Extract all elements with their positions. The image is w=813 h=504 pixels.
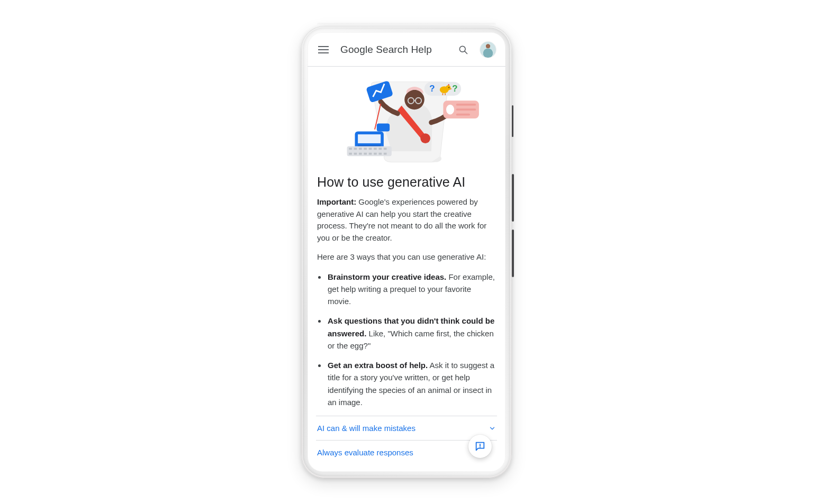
- list-item: Get an extra boost of help. Ask it to su…: [327, 359, 496, 408]
- menu-button[interactable]: [317, 43, 330, 56]
- feedback-icon: [474, 441, 486, 452]
- svg-text:?: ?: [452, 84, 457, 94]
- article-content: ? ?: [308, 67, 505, 472]
- svg-text:?: ?: [429, 84, 435, 94]
- important-paragraph: Important: Google's experiences powered …: [317, 196, 496, 244]
- svg-rect-1: [318, 49, 329, 50]
- svg-rect-19: [369, 148, 372, 150]
- important-label: Important:: [317, 197, 356, 206]
- expander-ai-mistakes[interactable]: AI can & will make mistakes: [316, 416, 497, 441]
- feedback-fab[interactable]: [468, 435, 492, 458]
- phone-side-button: [512, 105, 513, 137]
- svg-rect-44: [377, 123, 390, 131]
- svg-rect-28: [374, 153, 377, 155]
- search-icon: [458, 44, 468, 55]
- svg-rect-17: [359, 148, 362, 150]
- phone-volume-up-button: [512, 174, 514, 222]
- svg-rect-18: [364, 148, 367, 150]
- svg-point-36: [448, 87, 449, 88]
- search-button[interactable]: [457, 43, 469, 56]
- svg-rect-12: [358, 134, 381, 143]
- svg-rect-2: [318, 52, 329, 53]
- svg-rect-22: [384, 148, 387, 150]
- svg-rect-21: [379, 148, 382, 150]
- hero-illustration: ? ?: [317, 69, 496, 169]
- screen: Google Search Help: [308, 32, 505, 472]
- svg-point-46: [480, 447, 481, 448]
- phone-frame: Google Search Help: [301, 26, 512, 478]
- header-title: Google Search Help: [340, 44, 446, 56]
- list-item: Ask questions that you didn't think coul…: [327, 315, 496, 352]
- svg-rect-23: [349, 153, 352, 155]
- ideas-list: Brainstorm your creative ideas. For exam…: [317, 271, 496, 409]
- svg-line-4: [465, 51, 467, 54]
- expander-label: AI can & will make mistakes: [317, 424, 415, 433]
- page-title: How to use generative AI: [317, 175, 496, 190]
- svg-rect-0: [318, 46, 329, 47]
- svg-rect-15: [349, 148, 352, 150]
- svg-rect-25: [359, 153, 362, 155]
- svg-rect-16: [354, 148, 357, 150]
- list-item-strong: Brainstorm your creative ideas.: [328, 272, 446, 281]
- hamburger-icon: [318, 46, 329, 53]
- phone-volume-down-button: [512, 230, 514, 277]
- list-item-strong: Get an extra boost of help.: [328, 361, 428, 370]
- avatar[interactable]: [480, 42, 496, 58]
- svg-rect-24: [354, 153, 357, 155]
- svg-rect-30: [384, 153, 387, 155]
- list-item: Brainstorm your creative ideas. For exam…: [327, 271, 496, 308]
- svg-point-5: [420, 133, 430, 143]
- svg-point-35: [446, 85, 450, 90]
- chevron-down-icon: [489, 425, 496, 432]
- svg-rect-29: [379, 153, 382, 155]
- svg-point-40: [446, 105, 454, 115]
- svg-rect-20: [374, 148, 377, 150]
- expander-label: Always evaluate responses: [317, 448, 413, 457]
- svg-rect-27: [369, 153, 372, 155]
- app-header: Google Search Help: [308, 32, 505, 67]
- lead-paragraph: Here are 3 ways that you can use generat…: [317, 251, 496, 263]
- svg-rect-26: [364, 153, 367, 155]
